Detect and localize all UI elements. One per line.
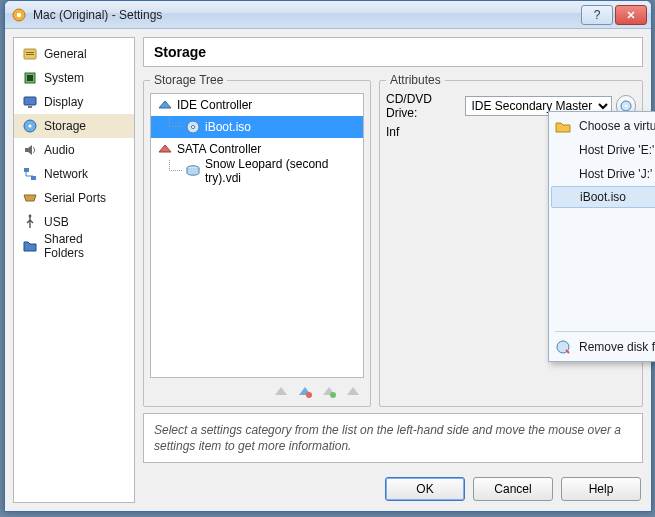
remove-controller-button[interactable] (296, 382, 314, 400)
svg-rect-4 (26, 52, 34, 53)
menu-choose-disk-file[interactable]: Choose a virtual CD/DVD disk file... (549, 114, 655, 138)
sidebar-item-general[interactable]: General (14, 42, 134, 66)
svg-rect-13 (31, 176, 36, 180)
menu-remove-disk[interactable]: Remove disk from virtual drive (549, 335, 655, 359)
page-title: Storage (143, 37, 643, 67)
add-attachment-button[interactable] (320, 382, 338, 400)
menu-host-drive-e[interactable]: Host Drive 'E:' (549, 138, 655, 162)
tree-controller-ide[interactable]: IDE Controller (151, 94, 363, 116)
gear-icon (11, 7, 27, 23)
sidebar-item-label: Network (44, 167, 88, 181)
blank-icon (555, 166, 571, 182)
usb-icon (22, 214, 38, 230)
tree-toolbar (150, 378, 364, 400)
svg-point-16 (191, 125, 194, 128)
menu-separator (555, 331, 655, 332)
sidebar-item-audio[interactable]: Audio (14, 138, 134, 162)
eject-disc-icon (555, 339, 571, 355)
main-panel: Storage Storage Tree IDE Controller iBoo… (143, 37, 643, 503)
sidebar-item-label: System (44, 71, 84, 85)
menu-label: Host Drive 'E:' (579, 143, 654, 157)
svg-text:?: ? (594, 10, 601, 20)
svg-point-19 (330, 392, 336, 398)
cd-dvd-drive-label: CD/DVD Drive: (386, 92, 461, 120)
attributes-fieldset: Attributes CD/DVD Drive: IDE Secondary M… (379, 73, 643, 407)
tree-label: IDE Controller (177, 98, 252, 112)
storage-tree-legend: Storage Tree (150, 73, 227, 87)
information-label-truncated: Inf (386, 125, 399, 139)
svg-rect-9 (28, 106, 32, 108)
sidebar-item-storage[interactable]: Storage (14, 114, 134, 138)
cd-icon (185, 119, 201, 135)
port-icon (22, 190, 38, 206)
settings-sidebar: General System Display Storage Audio Net… (13, 37, 135, 503)
sidebar-item-label: USB (44, 215, 69, 229)
network-icon (22, 166, 38, 182)
menu-label: Host Drive 'J:' (579, 167, 652, 181)
cancel-button[interactable]: Cancel (473, 477, 553, 501)
svg-point-1 (17, 12, 21, 16)
sidebar-item-label: Audio (44, 143, 75, 157)
svg-point-11 (29, 125, 32, 128)
titlebar: Mac (Original) - Settings ? (5, 1, 651, 29)
svg-point-14 (29, 215, 32, 218)
blank-icon (555, 142, 571, 158)
menu-host-drive-j[interactable]: Host Drive 'J:' (549, 162, 655, 186)
svg-rect-12 (24, 168, 29, 172)
menu-iboot-iso[interactable]: iBoot.iso (551, 186, 655, 208)
tree-label: iBoot.iso (205, 120, 251, 134)
sidebar-item-label: Serial Ports (44, 191, 106, 205)
menu-label: Remove disk from virtual drive (579, 340, 655, 354)
tree-label: Snow Leopard (second try).vdi (205, 157, 363, 185)
tree-label: SATA Controller (177, 142, 261, 156)
controller-icon (157, 97, 173, 113)
window-buttons: ? (579, 5, 647, 25)
sidebar-item-usb[interactable]: USB (14, 210, 134, 234)
svg-point-18 (306, 392, 312, 398)
sidebar-item-serial-ports[interactable]: Serial Ports (14, 186, 134, 210)
sidebar-item-shared-folders[interactable]: Shared Folders (14, 234, 134, 258)
tree-item-iboot[interactable]: iBoot.iso (151, 116, 363, 138)
sidebar-item-label: General (44, 47, 87, 61)
tree-item-snow-leopard[interactable]: Snow Leopard (second try).vdi (151, 160, 363, 182)
folder-open-icon (555, 118, 571, 134)
storage-tree[interactable]: IDE Controller iBoot.iso SATA Controller (150, 93, 364, 378)
svg-rect-8 (24, 97, 36, 105)
folder-icon (22, 238, 38, 254)
add-controller-button[interactable] (272, 382, 290, 400)
sidebar-item-network[interactable]: Network (14, 162, 134, 186)
menu-label: iBoot.iso (580, 190, 626, 204)
disk-context-menu: Choose a virtual CD/DVD disk file... Hos… (548, 111, 655, 362)
dialog-buttons: OK Cancel Help (143, 469, 643, 503)
disk-icon (22, 118, 38, 134)
sidebar-item-display[interactable]: Display (14, 90, 134, 114)
sidebar-item-label: Shared Folders (44, 232, 126, 260)
controller-icon (157, 141, 173, 157)
svg-rect-5 (26, 54, 34, 55)
hdd-icon (185, 163, 201, 179)
storage-tree-fieldset: Storage Tree IDE Controller iBoot.iso (143, 73, 371, 407)
speaker-icon (22, 142, 38, 158)
svg-rect-7 (27, 75, 33, 81)
window-title: Mac (Original) - Settings (33, 8, 579, 22)
menu-spacer (549, 208, 655, 328)
settings-window: Mac (Original) - Settings ? General Syst… (4, 0, 652, 512)
sidebar-item-system[interactable]: System (14, 66, 134, 90)
window-body: General System Display Storage Audio Net… (5, 29, 651, 511)
sidebar-item-label: Storage (44, 119, 86, 133)
help-titlebar-button[interactable]: ? (581, 5, 613, 25)
close-button[interactable] (615, 5, 647, 25)
chip-icon (22, 70, 38, 86)
svg-point-21 (624, 105, 627, 108)
panels: Storage Tree IDE Controller iBoot.iso (143, 73, 643, 407)
hint-box: Select a settings category from the list… (143, 413, 643, 463)
blank-icon (556, 189, 572, 205)
settings-icon (22, 46, 38, 62)
help-button[interactable]: Help (561, 477, 641, 501)
monitor-icon (22, 94, 38, 110)
attributes-legend: Attributes (386, 73, 445, 87)
ok-button[interactable]: OK (385, 477, 465, 501)
menu-label: Choose a virtual CD/DVD disk file... (579, 119, 655, 133)
sidebar-item-label: Display (44, 95, 83, 109)
remove-attachment-button[interactable] (344, 382, 362, 400)
